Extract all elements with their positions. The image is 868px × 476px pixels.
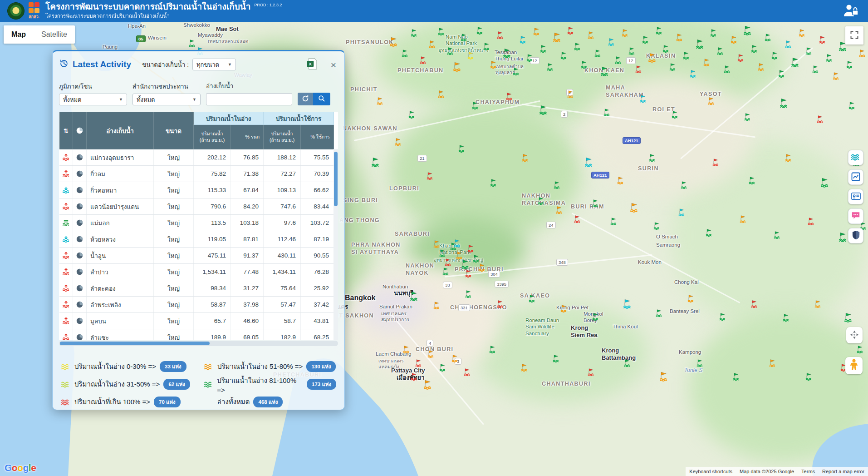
reservoir-marker[interactable]: [708, 97, 714, 107]
reservoir-marker[interactable]: [662, 45, 669, 55]
table-row[interactable]: มูลบนใหญ่65.746.6058.743.81: [59, 313, 334, 329]
reservoir-marker[interactable]: [687, 294, 694, 304]
reservoir-marker[interactable]: [640, 94, 646, 104]
reservoir-marker[interactable]: [429, 40, 435, 50]
reservoir-marker[interactable]: [454, 239, 460, 249]
table-row[interactable]: ลำแซะใหญ่189.969.05182.968.25: [59, 329, 334, 340]
reservoir-marker[interactable]: [445, 258, 451, 268]
reservoir-marker[interactable]: [423, 379, 432, 392]
scrollbar-thumb[interactable]: [60, 342, 210, 345]
reservoir-marker[interactable]: [584, 157, 593, 169]
water-waves-button[interactable]: [848, 150, 863, 165]
reservoir-marker[interactable]: [439, 363, 446, 373]
line-chart-button[interactable]: [848, 169, 863, 185]
reservoir-marker[interactable]: [622, 29, 628, 39]
table-row[interactable]: แควน้อยบำรุงแดนใหญ่790.684.20747.683.44: [59, 198, 334, 215]
reservoir-marker[interactable]: [415, 359, 422, 369]
pie-chart-icon[interactable]: [76, 268, 83, 275]
reservoir-marker[interactable]: [744, 113, 750, 123]
reservoir-marker[interactable]: [656, 26, 662, 36]
reservoir-marker[interactable]: [751, 45, 757, 55]
reservoir-marker[interactable]: [642, 35, 648, 45]
table-row[interactable]: ลำพระเพลิงใหญ่58.8737.9857.4737.42: [59, 297, 334, 313]
reservoir-marker[interactable]: [710, 29, 716, 39]
reservoir-marker[interactable]: [427, 172, 433, 182]
search-button[interactable]: [313, 93, 330, 105]
reservoir-marker[interactable]: [826, 54, 832, 64]
reservoir-marker[interactable]: [706, 228, 712, 238]
reservoir-marker[interactable]: [594, 49, 601, 59]
pie-chart-icon[interactable]: [76, 301, 83, 308]
reservoir-marker[interactable]: [506, 92, 512, 102]
fullscreen-button[interactable]: [845, 26, 863, 45]
reservoir-marker[interactable]: [467, 244, 474, 254]
reservoir-marker[interactable]: [447, 47, 453, 57]
reservoir-marker[interactable]: [608, 38, 614, 48]
id-card-button[interactable]: [848, 189, 863, 204]
reservoir-marker[interactable]: [808, 217, 814, 227]
reservoir-marker[interactable]: [411, 372, 417, 382]
reservoir-marker[interactable]: [603, 108, 610, 118]
pie-chart-icon[interactable]: [76, 203, 83, 210]
reservoir-marker[interactable]: [522, 154, 528, 164]
export-excel-button[interactable]: X: [305, 57, 318, 72]
reservoir-marker[interactable]: [465, 269, 471, 279]
reservoir-marker[interactable]: [410, 291, 418, 303]
reservoir-marker[interactable]: [556, 206, 562, 216]
reservoir-marker[interactable]: [731, 35, 737, 45]
reservoir-marker[interactable]: [395, 138, 401, 148]
reservoir-marker[interactable]: [529, 294, 535, 304]
reservoir-marker[interactable]: [846, 60, 853, 70]
table-row[interactable]: ห้วยหลวงใหญ่119.0587.81112.4687.19: [59, 231, 334, 248]
reservoir-marker[interactable]: [574, 42, 580, 52]
reservoir-marker[interactable]: [497, 31, 503, 41]
reservoir-marker[interactable]: [833, 72, 839, 82]
reservoir-marker[interactable]: [461, 33, 467, 43]
reservoir-marker[interactable]: [857, 345, 863, 355]
reservoir-marker[interactable]: [805, 47, 812, 57]
reservoir-marker[interactable]: [649, 154, 655, 164]
reservoir-marker[interactable]: [526, 54, 533, 64]
reservoir-marker[interactable]: [553, 32, 561, 45]
reservoir-marker[interactable]: [630, 202, 638, 215]
table-row[interactable]: ลำปาวใหญ่1,534.1177.481,434.1176.28: [59, 264, 334, 280]
reservoir-marker[interactable]: [648, 52, 656, 65]
reservoir-marker[interactable]: [771, 51, 778, 61]
close-panel-button[interactable]: ×: [329, 60, 338, 69]
reservoir-marker[interactable]: [749, 176, 755, 186]
pie-chart-icon[interactable]: [76, 219, 83, 226]
reservoir-marker[interactable]: [812, 65, 819, 75]
table-row[interactable]: แม่กวงอุดมธาราใหญ่202.1276.85188.1275.55: [59, 149, 334, 166]
reservoir-marker[interactable]: [467, 51, 474, 61]
reservoir-marker[interactable]: [553, 354, 559, 364]
table-row[interactable]: กิ่วลมใหญ่75.8271.3872.2770.39: [59, 166, 334, 182]
reservoir-marker[interactable]: [538, 197, 544, 207]
pie-chart-icon[interactable]: [76, 252, 83, 259]
reservoir-marker[interactable]: [743, 25, 751, 38]
reservoir-marker[interactable]: [503, 48, 511, 60]
reservoir-marker[interactable]: [402, 49, 408, 59]
reservoir-marker[interactable]: [751, 300, 757, 310]
reservoir-marker[interactable]: [844, 312, 852, 325]
reservoir-marker[interactable]: [669, 63, 676, 73]
reservoir-marker[interactable]: [497, 300, 503, 310]
reservoir-marker[interactable]: [464, 368, 470, 378]
reservoir-marker[interactable]: [681, 181, 687, 191]
reservoir-marker[interactable]: [717, 47, 723, 57]
reservoir-marker[interactable]: [617, 176, 623, 186]
reservoir-marker[interactable]: [758, 63, 764, 73]
reservoir-marker[interactable]: [624, 359, 630, 369]
reservoir-marker[interactable]: [588, 368, 594, 378]
reservoir-marker[interactable]: [820, 177, 829, 190]
shield-button[interactable]: [848, 228, 863, 243]
reservoir-marker[interactable]: [785, 40, 791, 50]
google-logo[interactable]: Google: [5, 462, 36, 473]
pie-chart-icon[interactable]: [76, 236, 83, 243]
reservoir-marker[interactable]: [600, 66, 608, 79]
reservoir-marker[interactable]: [839, 232, 847, 244]
horizontal-scrollbar[interactable]: [59, 341, 338, 346]
reservoir-marker[interactable]: [733, 372, 739, 382]
reservoir-marker[interactable]: [676, 33, 682, 43]
reservoir-marker[interactable]: [819, 35, 825, 45]
reservoir-marker[interactable]: [472, 101, 478, 111]
